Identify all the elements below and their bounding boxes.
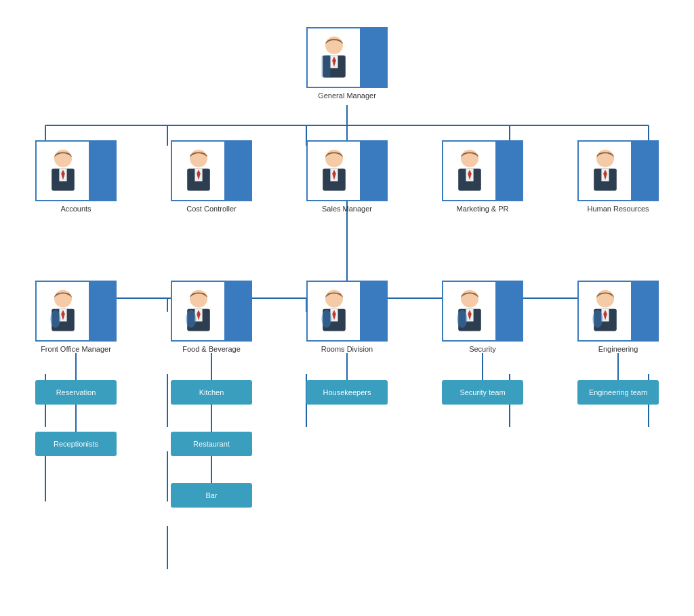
- svg-point-51: [50, 310, 60, 328]
- svg-point-61: [321, 310, 331, 328]
- avatar-icon: [314, 147, 354, 194]
- rooms-division-label: Rooms Division: [306, 345, 388, 353]
- avatar-icon: [314, 34, 354, 81]
- leaf-restaurant: Restaurant: [171, 432, 252, 456]
- root-node: General Manager: [306, 27, 388, 100]
- person-card-accounts: Accounts: [35, 140, 117, 213]
- food-beverage-label: Food & Beverage: [171, 345, 252, 353]
- col-food-beverage: Food & Beverage Kitchen Restaurant Bar: [171, 281, 252, 508]
- col-sales-manager: Sales Manager: [306, 140, 388, 213]
- person-card-sales-manager: Sales Manager: [306, 140, 388, 213]
- avatar-icon: [585, 287, 626, 335]
- connector-line: [211, 353, 212, 380]
- leaf-security-team: Security team: [442, 380, 523, 405]
- avatar-icon: [585, 147, 626, 194]
- security-label: Security: [442, 345, 523, 353]
- connector-line: [75, 353, 77, 380]
- person-card-front-office-manager: Front Office Manager: [35, 281, 117, 353]
- svg-point-66: [457, 310, 467, 328]
- avatar-icon: [449, 287, 490, 335]
- svg-point-71: [592, 310, 603, 328]
- person-card-rooms-division: Rooms Division: [306, 281, 388, 353]
- cost-controller-label: Cost Controller: [171, 205, 252, 213]
- connector-line: [617, 353, 619, 380]
- accounts-label: Accounts: [35, 205, 117, 213]
- avatar-icon: [43, 287, 83, 335]
- connector-line: [211, 456, 212, 483]
- connector-line: [211, 405, 212, 432]
- leaf-kitchen: Kitchen: [171, 380, 252, 405]
- col-front-office-manager: Front Office Manager Reservation Recepti…: [35, 281, 117, 456]
- connector-line: [482, 353, 483, 380]
- leaf-receptionists: Receptionists: [35, 432, 117, 456]
- person-card-security: Security: [442, 281, 523, 353]
- col-accounts: Accounts: [35, 140, 117, 213]
- col-human-resources: Human Resources: [577, 140, 659, 213]
- col-cost-controller: Cost Controller: [171, 140, 252, 213]
- person-card-marketing-pr: Marketing & PR: [442, 140, 523, 213]
- avatar-icon: [314, 287, 354, 335]
- leaf-reservation: Reservation: [35, 380, 117, 405]
- person-card-cost-controller: Cost Controller: [171, 140, 252, 213]
- col-security: Security Security team: [442, 281, 523, 405]
- engineering-label: Engineering: [577, 345, 659, 353]
- avatar-icon: [449, 147, 490, 194]
- col-rooms-division: Rooms Division Housekeepers: [306, 281, 388, 405]
- person-card-engineering: Engineering: [577, 281, 659, 353]
- leaf-engineering-team: Engineering team: [577, 380, 659, 405]
- person-card-human-resources: Human Resources: [577, 140, 659, 213]
- general-manager-label: General Manager: [306, 91, 388, 100]
- avatar-icon: [43, 147, 83, 194]
- person-card-general-manager: General Manager: [306, 27, 388, 100]
- svg-point-56: [186, 310, 196, 328]
- leaf-housekeepers: Housekeepers: [306, 380, 388, 405]
- connector-line: [75, 405, 77, 432]
- marketing-pr-label: Marketing & PR: [442, 205, 523, 213]
- sales-manager-label: Sales Manager: [306, 205, 388, 213]
- person-card-food-beverage: Food & Beverage: [171, 281, 252, 353]
- svg-rect-26: [321, 56, 330, 78]
- connector-line: [346, 353, 348, 380]
- leaf-bar: Bar: [171, 483, 252, 508]
- col-engineering: Engineering Engineering team: [577, 281, 659, 405]
- human-resources-label: Human Resources: [577, 205, 659, 213]
- avatar-icon: [178, 147, 219, 194]
- avatar-icon: [178, 287, 219, 335]
- front-office-manager-label: Front Office Manager: [35, 345, 117, 353]
- org-chart: General Manager: [0, 0, 694, 616]
- col-marketing-pr: Marketing & PR: [442, 140, 523, 213]
